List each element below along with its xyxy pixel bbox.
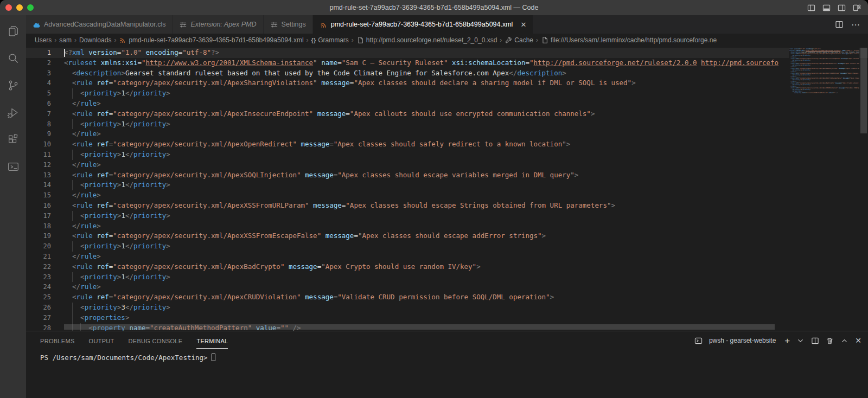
layout-sidebar-left-icon[interactable]: [807, 4, 816, 12]
code-line[interactable]: 1<?xml version="1.0" encoding="utf-8"?>: [26, 48, 868, 58]
code-line[interactable]: 11 <priority>1</priority>: [26, 150, 868, 160]
breadcrumb-item[interactable]: Cache: [505, 36, 533, 44]
activity-item-remote-terminal-icon[interactable]: [0, 153, 26, 180]
code-line[interactable]: 25 <rule ref="category/apex/security.xml…: [26, 292, 868, 303]
panel-tab-debug-console[interactable]: DEBUG CONSOLE: [129, 333, 183, 349]
code-line[interactable]: 2<ruleset xmlns:xsi="http://www.w3.org/2…: [26, 58, 868, 68]
line-number: 24: [26, 282, 64, 292]
code-line[interactable]: 8 <priority>1</priority>: [26, 119, 868, 130]
code-line[interactable]: 19 <rule ref="category/apex/security.xml…: [26, 231, 868, 241]
activity-item-search-icon[interactable]: [0, 44, 26, 72]
breadcrumb-item[interactable]: sam: [59, 36, 72, 44]
line-number: 13: [26, 170, 64, 181]
kill-terminal-icon[interactable]: [826, 337, 834, 345]
breadcrumb-label: Cache: [514, 36, 533, 44]
line-number: 11: [26, 150, 64, 160]
split-editor-icon[interactable]: [835, 20, 844, 29]
editor-tab[interactable]: AdvancedCascadingDataManipulator.cls: [26, 15, 173, 34]
salesforce-cloud-icon: [33, 21, 41, 29]
line-content: <?xml version="1.0" encoding="utf-8"?>: [64, 48, 219, 58]
minimap[interactable]: <?xml version="1.0" encoding="utf-8"?><r…: [789, 47, 859, 331]
activity-item-extensions-icon[interactable]: [0, 126, 26, 153]
code-line[interactable]: 15 </rule>: [26, 190, 868, 201]
line-number: 22: [26, 262, 64, 272]
code-editor[interactable]: 1<?xml version="1.0" encoding="utf-8"?>2…: [26, 47, 868, 331]
explorer-icon: [7, 24, 20, 38]
code-line[interactable]: 10 <rule ref="category/apex/security.xml…: [26, 139, 868, 150]
line-number: 18: [26, 221, 64, 232]
maximize-panel-icon[interactable]: [840, 337, 848, 345]
editor-tab[interactable]: pmd-rule-set-7a99acb7-3639-4365-b7d1-658…: [313, 15, 534, 34]
code-line[interactable]: 26 <priority>3</priority>: [26, 303, 868, 313]
indent-guide: [72, 313, 73, 323]
code-line[interactable]: 14 <priority>1</priority>: [26, 180, 868, 190]
more-actions-icon[interactable]: ⋯: [851, 20, 860, 30]
horizontal-scrollbar[interactable]: [64, 324, 775, 330]
layout-sidebar-right-icon[interactable]: [837, 4, 846, 12]
breadcrumb-item[interactable]: http://pmd.sourceforge.net/ruleset_2_0_0…: [356, 36, 497, 44]
breadcrumb-item[interactable]: file:///Users/sam/.lemminx/cache/http/pm…: [541, 36, 717, 44]
code-line[interactable]: 18 </rule>: [26, 221, 868, 232]
panel-tabs: PROBLEMSOUTPUTDEBUG CONSOLETERMINAL: [40, 333, 242, 349]
wrench-icon: [505, 36, 512, 44]
zoom-window-button[interactable]: [27, 4, 34, 11]
activity-item-explorer-icon[interactable]: [0, 17, 26, 44]
minimize-window-button[interactable]: [16, 4, 23, 11]
code-line[interactable]: 13 <rule ref="category/apex/security.xml…: [26, 170, 868, 181]
terminal-dropdown-icon[interactable]: [796, 337, 805, 345]
breadcrumb-label: Downloads: [79, 36, 111, 44]
line-number: 20: [26, 241, 64, 252]
panel-tab-terminal[interactable]: TERMINAL: [196, 333, 228, 349]
close-tab-icon[interactable]: ✕: [520, 21, 526, 28]
code-line[interactable]: 22 <rule ref="category/apex/security.xml…: [26, 262, 868, 272]
breadcrumb-label: Users: [35, 36, 52, 44]
source-control-icon: [7, 79, 20, 92]
line-content: <priority>1</priority>: [64, 119, 170, 130]
code-line[interactable]: 5 <priority>1</priority>: [26, 88, 868, 99]
code-line[interactable]: 6 </rule>: [26, 99, 868, 109]
code-line[interactable]: 12 </rule>: [26, 160, 868, 170]
activity-item-source-control-icon[interactable]: [0, 72, 26, 99]
code-line[interactable]: 27 <properties>: [26, 313, 868, 323]
code-line[interactable]: 24 </rule>: [26, 282, 868, 292]
code-line[interactable]: 9 </rule>: [26, 129, 868, 139]
close-window-button[interactable]: [5, 4, 12, 11]
line-content: </rule>: [64, 190, 101, 201]
minimap-line: <property name="createAuthMethodPattern"…: [789, 92, 859, 94]
editor-tab[interactable]: Extension: Apex PMD: [173, 15, 263, 34]
line-content: <priority>1</priority>: [64, 241, 170, 252]
tab-bar-actions: ⋯: [835, 15, 868, 34]
breadcrumb-item[interactable]: Downloads: [79, 36, 111, 44]
code-line[interactable]: 21 </rule>: [26, 252, 868, 262]
indent-guide: [72, 150, 73, 160]
terminal-cursor: [212, 354, 215, 361]
panel-tab-output[interactable]: OUTPUT: [89, 333, 114, 349]
layout-panel-icon[interactable]: [822, 4, 831, 12]
vertical-scrollbar[interactable]: [860, 48, 867, 133]
code-line[interactable]: 16 <rule ref="category/apex/security.xml…: [26, 201, 868, 211]
search-icon: [7, 52, 20, 65]
line-number: 2: [26, 58, 64, 68]
split-terminal-icon[interactable]: [811, 337, 819, 345]
breadcrumb-item[interactable]: {}Grammars: [311, 36, 349, 44]
line-number: 25: [26, 292, 64, 303]
line-content: <rule ref="category/apex/security.xml/Ap…: [64, 139, 570, 150]
new-terminal-icon[interactable]: +: [784, 336, 790, 345]
editor-tab[interactable]: Settings: [264, 15, 313, 34]
code-line[interactable]: 23 <priority>1</priority>: [26, 272, 868, 283]
code-line[interactable]: 17 <priority>1</priority>: [26, 211, 868, 221]
activity-item-run-debug-icon[interactable]: [0, 99, 26, 126]
layout-customize-icon[interactable]: [852, 4, 861, 12]
line-content: </rule>: [64, 252, 101, 262]
panel-tab-problems[interactable]: PROBLEMS: [40, 333, 75, 349]
code-line[interactable]: 3 <description>Gearset standard ruleset …: [26, 68, 868, 79]
breadcrumb-item[interactable]: pmd-rule-set-7a99acb7-3639-4365-b7d1-658…: [119, 36, 303, 44]
terminal[interactable]: PS /Users/sam/Documents/Code/ApexTesting…: [26, 350, 868, 398]
code-line[interactable]: 4 <rule ref="category/apex/security.xml/…: [26, 78, 868, 88]
line-number: 10: [26, 139, 64, 150]
breadcrumb-item[interactable]: Users: [35, 36, 52, 44]
code-line[interactable]: 7 <rule ref="category/apex/security.xml/…: [26, 109, 868, 119]
close-panel-icon[interactable]: ✕: [855, 336, 861, 345]
run-debug-icon: [7, 106, 20, 119]
code-line[interactable]: 20 <priority>1</priority>: [26, 241, 868, 252]
